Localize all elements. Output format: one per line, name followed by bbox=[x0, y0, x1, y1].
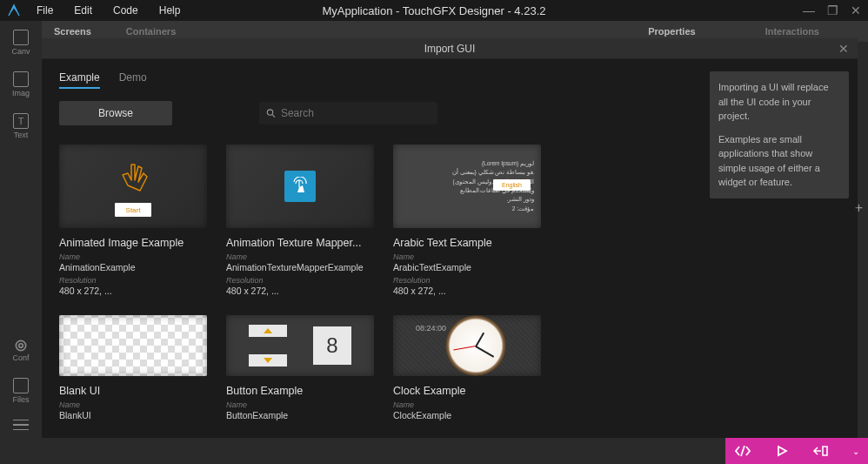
modal-title: Import GUI bbox=[424, 43, 476, 55]
tab-demo[interactable]: Demo bbox=[119, 71, 147, 89]
tab-example[interactable]: Example bbox=[59, 71, 100, 89]
search-icon bbox=[266, 108, 276, 118]
modal-header: Import GUI ✕ bbox=[42, 38, 858, 59]
start-button: Start bbox=[115, 203, 151, 217]
card-title: Animated Image Example bbox=[59, 237, 207, 249]
nav-config[interactable]: Conf bbox=[5, 338, 37, 362]
thumb-animated-image: Start bbox=[59, 145, 207, 228]
thumb-button-example: 8 bbox=[226, 315, 374, 376]
name-value: ArabicTextExample bbox=[393, 262, 541, 272]
res-value: 480 x 272, ... bbox=[226, 286, 374, 296]
maximize-icon[interactable]: ❐ bbox=[827, 3, 838, 17]
name-value: ClockExample bbox=[393, 410, 541, 420]
thumb-clock-example: 08:24:00 bbox=[393, 315, 541, 376]
card-animation-texture[interactable]: Animation Texture Mapper... Name Animati… bbox=[226, 145, 374, 296]
res-value: 480 x 272, ... bbox=[59, 286, 207, 296]
search-input[interactable] bbox=[281, 107, 431, 119]
menu-help[interactable]: Help bbox=[159, 4, 181, 17]
touch-tile-icon bbox=[284, 171, 316, 202]
res-label: Resolution bbox=[393, 276, 541, 285]
svg-point-2 bbox=[267, 110, 272, 115]
tab-interactions[interactable]: Interactions bbox=[765, 26, 819, 37]
footer-bar: ⌄ bbox=[725, 438, 868, 464]
hamburger-icon[interactable] bbox=[13, 420, 29, 430]
card-blank-ui[interactable]: Blank UI Name BlankUI bbox=[59, 315, 207, 420]
name-label: Name bbox=[393, 252, 541, 261]
up-button-icon bbox=[249, 325, 287, 337]
menu-edit[interactable]: Edit bbox=[74, 4, 92, 17]
import-gui-modal: Import GUI ✕ Example Demo Browse Start bbox=[42, 42, 858, 438]
name-label: Name bbox=[226, 252, 374, 261]
res-label: Resolution bbox=[226, 276, 374, 285]
card-clock-example[interactable]: 08:24:00 Clock Example Name ClockExample bbox=[393, 315, 541, 420]
close-icon[interactable]: ✕ bbox=[838, 42, 849, 56]
menubar: File Edit Code Help MyApplication - Touc… bbox=[0, 0, 868, 21]
res-label: Resolution bbox=[59, 276, 207, 285]
card-title: Button Example bbox=[226, 385, 374, 397]
app-logo bbox=[7, 3, 21, 17]
modal-tabs: Example Demo bbox=[59, 71, 684, 89]
tab-properties[interactable]: Properties bbox=[648, 26, 695, 37]
svg-line-3 bbox=[272, 115, 275, 118]
card-arabic-text[interactable]: لوريم (Lorem Ipsum) هو ببساطة نص شكلي (ب… bbox=[393, 145, 541, 296]
nav-files[interactable]: Files bbox=[5, 378, 37, 404]
name-value: BlankUI bbox=[59, 410, 207, 420]
english-button: English bbox=[493, 179, 531, 191]
thumb-blank-ui bbox=[59, 315, 207, 376]
window-controls: — ❐ ✕ bbox=[803, 3, 861, 17]
code-button[interactable] bbox=[734, 445, 751, 457]
card-title: Clock Example bbox=[393, 385, 541, 397]
card-title: Animation Texture Mapper... bbox=[226, 237, 374, 249]
svg-point-0 bbox=[16, 340, 25, 350]
nav-canvas[interactable]: Canv bbox=[5, 30, 37, 56]
left-nav: Canv Imag TText Conf Files bbox=[0, 21, 42, 439]
nav-images[interactable]: Imag bbox=[5, 71, 37, 98]
name-label: Name bbox=[226, 400, 374, 409]
info-text-1: Importing a UI will replace all the UI c… bbox=[718, 80, 840, 124]
card-button-example[interactable]: 8 Button Example Name ButtonExample bbox=[226, 315, 374, 420]
example-grid: Start Animated Image Example Name Animat… bbox=[59, 145, 684, 420]
card-title: Blank UI bbox=[59, 385, 207, 397]
name-label: Name bbox=[59, 252, 207, 261]
name-label: Name bbox=[59, 400, 207, 409]
down-button-icon bbox=[249, 354, 287, 366]
menu-file[interactable]: File bbox=[37, 4, 53, 17]
name-value: AnimationTextureMapperExample bbox=[226, 262, 374, 272]
thumb-animation-texture bbox=[226, 145, 374, 228]
browse-button[interactable]: Browse bbox=[59, 101, 172, 125]
nav-texts[interactable]: TText bbox=[5, 113, 37, 139]
close-window-icon[interactable]: ✕ bbox=[851, 3, 861, 17]
digit-display: 8 bbox=[313, 326, 351, 365]
name-label: Name bbox=[393, 400, 541, 409]
svg-point-1 bbox=[19, 344, 23, 348]
modal-info-panel: Importing a UI will replace all the UI c… bbox=[701, 59, 858, 438]
play-button[interactable] bbox=[776, 445, 788, 457]
name-value: ButtonExample bbox=[226, 410, 374, 420]
info-text-2: Examples are small applications that sho… bbox=[718, 132, 840, 190]
chevron-down-icon[interactable]: ⌄ bbox=[852, 447, 859, 456]
name-value: AnimationExample bbox=[59, 262, 207, 272]
search-box[interactable] bbox=[259, 102, 437, 124]
res-value: 480 x 272, ... bbox=[393, 286, 541, 296]
card-animated-image[interactable]: Start Animated Image Example Name Animat… bbox=[59, 145, 207, 296]
hand-icon bbox=[112, 156, 154, 198]
minimize-icon[interactable]: — bbox=[803, 3, 815, 17]
tab-containers[interactable]: Containers bbox=[126, 26, 176, 37]
clock-face-icon bbox=[445, 315, 506, 376]
tab-screens[interactable]: Screens bbox=[54, 26, 91, 37]
thumb-arabic-text: لوريم (Lorem Ipsum) هو ببساطة نص شكلي (ب… bbox=[393, 145, 541, 228]
time-text: 08:24:00 bbox=[416, 324, 446, 333]
deploy-button[interactable] bbox=[812, 445, 828, 457]
card-title: Arabic Text Example bbox=[393, 237, 541, 249]
menu-code[interactable]: Code bbox=[113, 4, 138, 17]
window-title: MyApplication - TouchGFX Designer - 4.23… bbox=[323, 4, 546, 17]
